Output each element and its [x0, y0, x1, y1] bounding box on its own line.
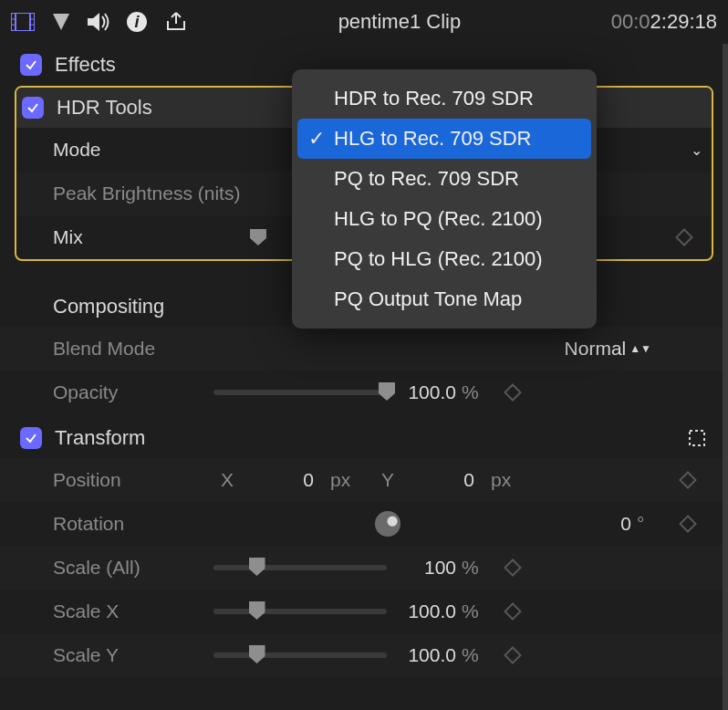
info-tab-icon[interactable]: i: [126, 11, 148, 33]
position-label: Position: [53, 469, 208, 491]
clip-title: pentime1 Clip: [338, 10, 462, 34]
hdr-tools-title: HDR Tools: [57, 96, 152, 120]
scale-y-slider[interactable]: [213, 653, 387, 658]
menu-item-pq-tonemap[interactable]: PQ Output Tone Map: [292, 279, 597, 319]
menu-item-label: PQ to Rec. 709 SDR: [334, 167, 519, 191]
keyframe-icon[interactable]: [504, 646, 522, 664]
keyframe-icon[interactable]: [504, 602, 522, 621]
slider-thumb[interactable]: [249, 645, 265, 663]
opacity-row: Opacity 100.0 %: [0, 371, 728, 414]
position-row: Position X 0 px Y 0 px: [0, 458, 728, 502]
audio-tab-icon[interactable]: [88, 12, 109, 32]
rotation-value[interactable]: 0: [567, 513, 631, 535]
menu-item-hlg-pq[interactable]: HLG to PQ (Rec. 2100): [292, 199, 597, 239]
menu-item-hdr-709[interactable]: HDR to Rec. 709 SDR: [292, 78, 597, 119]
position-y-unit: px: [491, 469, 518, 491]
transform-checkbox[interactable]: [20, 427, 42, 449]
menu-item-pq-hlg[interactable]: PQ to HLG (Rec. 2100): [292, 239, 597, 279]
scale-x-value[interactable]: 100.0: [392, 600, 456, 622]
scale-y-label: Scale Y: [53, 644, 208, 666]
transform-section: Transform Position X 0 px Y 0 px Rotatio…: [0, 418, 728, 677]
opacity-value[interactable]: 100.0: [392, 381, 456, 403]
keyframe-icon[interactable]: [504, 559, 522, 577]
mode-label: Mode: [53, 139, 244, 161]
timecode-value: 2:29:18: [650, 10, 717, 34]
timecode[interactable]: 00:02:29:18: [611, 10, 717, 34]
inspector-toolbar: i pentime1 Clip 00:02:29:18: [0, 0, 728, 44]
hdr-tools-effect: HDR Tools Mode ⌄ Peak Brightness (nits) …: [15, 86, 713, 261]
toolbar-icon-group: i: [11, 11, 188, 33]
mix-label: Mix: [53, 226, 244, 248]
mix-slider-thumb[interactable]: [250, 229, 266, 245]
opacity-label: Opacity: [53, 381, 208, 403]
rotation-row: Rotation 0 °: [0, 502, 728, 546]
keyframe-icon[interactable]: [504, 383, 522, 402]
x-label: X: [213, 469, 234, 491]
video-tab-icon[interactable]: [11, 13, 35, 31]
scale-x-label: Scale X: [53, 600, 208, 622]
updown-icon: ▲▼: [629, 342, 651, 355]
effects-title: Effects: [55, 53, 116, 77]
scale-all-unit: %: [462, 557, 489, 579]
menu-item-label: PQ Output Tone Map: [334, 287, 522, 311]
crop-icon[interactable]: [686, 429, 708, 447]
hdr-tools-checkbox[interactable]: [22, 97, 44, 119]
svg-marker-8: [88, 13, 99, 31]
slider-thumb[interactable]: [249, 601, 265, 620]
rotation-unit: °: [637, 513, 664, 535]
svg-marker-7: [53, 14, 69, 30]
effects-section: Effects HDR Tools Mode ⌄ Peak Brightness…: [0, 44, 728, 261]
position-x-value[interactable]: 0: [250, 469, 314, 491]
blend-mode-value: Normal: [565, 338, 627, 360]
menu-item-label: HDR to Rec. 709 SDR: [334, 87, 534, 110]
blend-mode-row: Blend Mode Normal ▲▼: [0, 327, 728, 371]
blend-mode-label: Blend Mode: [53, 338, 208, 360]
chevron-down-icon: ⌄: [691, 141, 702, 159]
keyframe-icon[interactable]: [679, 515, 697, 533]
menu-item-hlg-709[interactable]: ✓HLG to Rec. 709 SDR: [297, 119, 591, 159]
checkmark-icon: ✓: [308, 127, 325, 151]
scale-y-value[interactable]: 100.0: [392, 644, 456, 666]
rotation-dial[interactable]: [375, 511, 400, 537]
transform-title: Transform: [55, 426, 145, 450]
rotation-label: Rotation: [53, 513, 208, 535]
menu-item-label: HLG to PQ (Rec. 2100): [334, 207, 543, 231]
effects-checkbox[interactable]: [20, 54, 42, 76]
slider-thumb[interactable]: [249, 558, 265, 576]
scrollbar[interactable]: [723, 44, 728, 710]
opacity-slider[interactable]: [213, 390, 387, 395]
scale-y-unit: %: [462, 644, 489, 666]
scale-x-slider[interactable]: [213, 609, 387, 614]
y-label: Y: [374, 469, 394, 491]
peak-brightness-label: Peak Brightness (nits): [53, 183, 244, 204]
share-tab-icon[interactable]: [164, 11, 188, 33]
position-x-unit: px: [330, 469, 358, 491]
compositing-title: Compositing: [53, 295, 164, 318]
scale-all-value[interactable]: 100: [392, 557, 456, 579]
scale-x-row: Scale X 100.0 %: [0, 590, 728, 633]
color-tab-icon[interactable]: [51, 12, 71, 32]
blend-mode-dropdown[interactable]: Normal ▲▼: [565, 338, 651, 360]
svg-rect-0: [11, 13, 35, 31]
menu-item-label: PQ to HLG (Rec. 2100): [334, 247, 543, 271]
scale-all-label: Scale (All): [53, 557, 208, 579]
mode-menu: HDR to Rec. 709 SDR ✓HLG to Rec. 709 SDR…: [292, 69, 597, 329]
scale-y-row: Scale Y 100.0 %: [0, 633, 728, 677]
scale-all-row: Scale (All) 100 %: [0, 546, 728, 590]
menu-item-label: HLG to Rec. 709 SDR: [334, 127, 531, 151]
keyframe-icon[interactable]: [675, 228, 693, 246]
opacity-unit: %: [462, 381, 489, 403]
svg-rect-11: [690, 431, 704, 445]
scale-all-slider[interactable]: [213, 565, 387, 570]
scale-x-unit: %: [462, 600, 489, 622]
transform-header[interactable]: Transform: [0, 418, 728, 458]
keyframe-icon[interactable]: [679, 471, 697, 489]
timecode-prefix: 00:0: [611, 10, 650, 34]
menu-item-pq-709[interactable]: PQ to Rec. 709 SDR: [292, 159, 597, 199]
position-y-value[interactable]: 0: [411, 469, 474, 491]
